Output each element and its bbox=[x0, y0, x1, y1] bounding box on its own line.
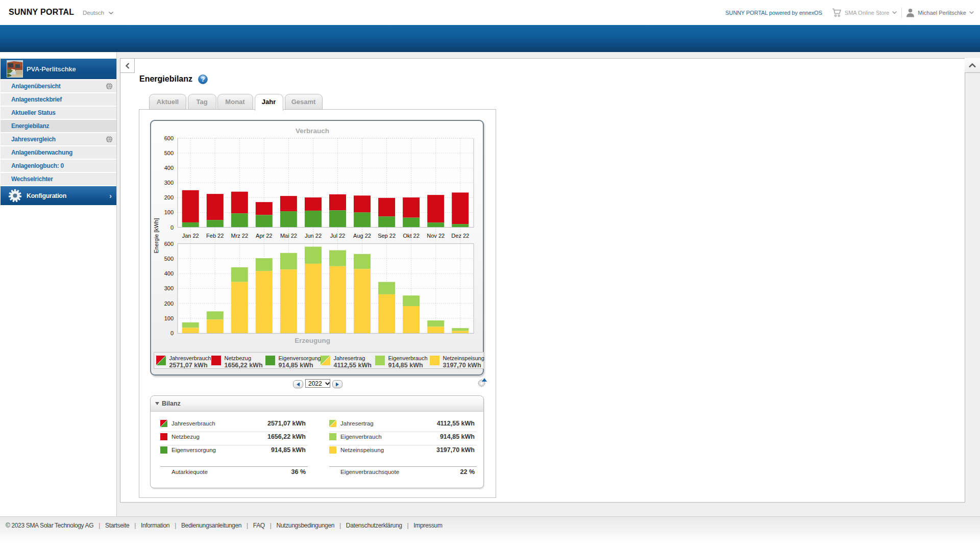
svg-text:300: 300 bbox=[164, 180, 174, 186]
svg-text:Aug 22: Aug 22 bbox=[353, 233, 371, 239]
svg-text:Mrz 22: Mrz 22 bbox=[231, 233, 248, 239]
svg-text:Apr 22: Apr 22 bbox=[256, 233, 272, 239]
svg-text:600: 600 bbox=[164, 135, 174, 141]
svg-text:Erzeugung: Erzeugung bbox=[295, 337, 330, 344]
svg-text:?: ? bbox=[201, 76, 205, 83]
svg-text:200: 200 bbox=[164, 300, 174, 307]
svg-text:Jun 22: Jun 22 bbox=[305, 233, 322, 239]
svg-text:Okt 22: Okt 22 bbox=[403, 233, 419, 239]
svg-text:Verbrauch: Verbrauch bbox=[296, 127, 329, 135]
svg-text:Nov 22: Nov 22 bbox=[427, 233, 445, 239]
svg-text:0: 0 bbox=[170, 330, 174, 336]
svg-text:600: 600 bbox=[164, 241, 174, 247]
svg-text:Jul 22: Jul 22 bbox=[330, 233, 345, 239]
svg-text:200: 200 bbox=[164, 194, 174, 201]
svg-text:Feb 22: Feb 22 bbox=[206, 233, 224, 239]
svg-text:Jan 22: Jan 22 bbox=[182, 233, 199, 239]
svg-text:100: 100 bbox=[164, 209, 174, 215]
svg-text:400: 400 bbox=[164, 165, 174, 171]
svg-text:500: 500 bbox=[164, 256, 174, 262]
svg-text:400: 400 bbox=[164, 270, 174, 277]
svg-text:Mai 22: Mai 22 bbox=[280, 233, 297, 239]
svg-text:Sep 22: Sep 22 bbox=[378, 233, 396, 239]
svg-text:100: 100 bbox=[164, 315, 174, 321]
svg-text:300: 300 bbox=[164, 285, 174, 291]
svg-text:Dez 22: Dez 22 bbox=[451, 233, 469, 239]
svg-text:0: 0 bbox=[170, 224, 174, 231]
svg-text:500: 500 bbox=[164, 150, 174, 156]
svg-text:Energie [kWh]: Energie [kWh] bbox=[153, 218, 159, 253]
